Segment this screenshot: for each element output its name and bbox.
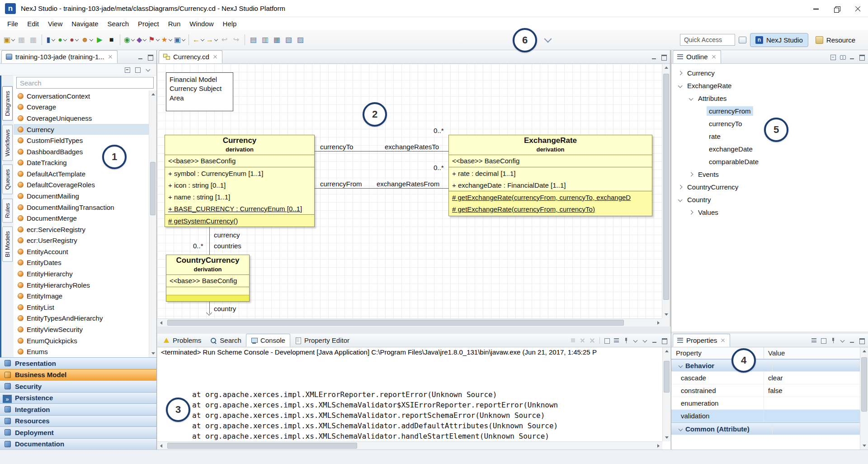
scrollbar-thumb[interactable] [150, 162, 156, 215]
minimize-view-icon[interactable] [651, 53, 658, 61]
assoc-line-exchangeratesto[interactable] [315, 151, 448, 152]
scrollbar-thumb[interactable] [861, 357, 867, 412]
scroll-left-icon[interactable] [157, 442, 165, 450]
close-icon[interactable] [711, 54, 717, 60]
model-list-item[interactable]: EnumQuickpicks [14, 335, 156, 346]
minimize-view-icon[interactable] [849, 337, 856, 344]
outline-node-comparabledate[interactable]: comparableDate [671, 155, 868, 168]
menu-item[interactable]: Edit [23, 19, 43, 29]
scroll-down-icon[interactable] [149, 349, 156, 357]
outline-node-events[interactable]: Events [671, 168, 868, 180]
chart-view-icon[interactable]: ▨ [295, 33, 306, 46]
stop-icon[interactable]: ■ [106, 33, 117, 46]
close-icon[interactable] [108, 54, 113, 60]
property-value[interactable] [764, 410, 860, 422]
editor-tab-currency-cd[interactable]: Currency.cd [159, 50, 222, 63]
toolbar-separator[interactable] [245, 34, 245, 45]
outline-node-attributes[interactable]: Attributes [671, 92, 868, 104]
maximize-view-icon[interactable] [858, 337, 865, 344]
value-column-header[interactable]: Value [764, 347, 868, 359]
separator[interactable] [599, 337, 600, 344]
terminate-icon[interactable] [570, 337, 577, 344]
model-list-item[interactable]: EntityHierarchy [14, 268, 156, 279]
class-operation[interactable]: # getExchangeRate(currencyFrom, currency… [449, 191, 652, 203]
diagram-note[interactable]: Financial Model Currency Subject Area [166, 72, 233, 111]
scrollbar-thumb[interactable] [664, 361, 670, 393]
close-icon[interactable] [212, 54, 218, 60]
open-perspective-icon[interactable] [739, 37, 746, 43]
model-list-item[interactable]: DocumentMailing [14, 190, 156, 202]
outline-node-countrycurrency[interactable]: CountryCurrency [671, 180, 868, 193]
class-countrycurrency[interactable]: CountryCurrency derivation <<base>> Base… [166, 255, 250, 302]
expand-chevron-icon[interactable] [678, 185, 683, 189]
class-attribute[interactable]: + BASE_CURRENCY : CurrencyEnum [0..1] [165, 203, 314, 214]
menu-item[interactable]: Project [133, 19, 164, 29]
view-menu-icon[interactable] [839, 337, 846, 344]
scrollbar-thumb[interactable] [167, 320, 624, 326]
link-with-editor-icon[interactable] [839, 53, 846, 61]
list-vertical-scrollbar[interactable] [149, 90, 156, 357]
scheme-console-icon[interactable]: ◉ [123, 33, 135, 46]
scroll-down-icon[interactable] [662, 310, 670, 318]
display-selected-console-icon[interactable] [632, 337, 639, 344]
expand-chevron-icon[interactable] [679, 363, 683, 368]
undo-icon[interactable]: ↩ [219, 33, 230, 46]
remove-launch-icon[interactable] [579, 337, 586, 344]
class-attribute[interactable]: + exchangeDate : FinancialDate [1..1] [449, 179, 652, 191]
scrollbar-thumb[interactable] [167, 443, 357, 449]
menu-item[interactable]: Run [164, 19, 185, 29]
model-list-item[interactable]: ecr:UserRegistry [14, 235, 156, 246]
redo-icon[interactable]: ↪ [231, 33, 242, 46]
menu-item[interactable]: File [3, 19, 23, 29]
view-menu-icon[interactable] [145, 66, 152, 73]
model-list-item[interactable]: DateTracking [14, 157, 156, 168]
outline-node-currency[interactable]: Currency [671, 66, 868, 79]
tab-search[interactable]: Search [206, 334, 246, 347]
show-advanced-icon[interactable] [820, 337, 827, 344]
minimize-window-button[interactable] [806, 0, 826, 17]
restore-window-button[interactable] [826, 0, 847, 17]
scroll-right-icon[interactable] [654, 319, 662, 327]
toolbar-separator[interactable] [120, 34, 120, 45]
expand-chevron-icon[interactable] [678, 83, 683, 88]
side-tab-bi-models[interactable]: BI Models [2, 227, 13, 262]
tab-console[interactable]: Console [246, 334, 290, 347]
canvas-horizontal-scrollbar[interactable] [157, 318, 662, 327]
class-operation[interactable]: # getExchangeRate(currencyFrom, currency… [449, 203, 652, 215]
assoc-line-exchangeratesfrom[interactable] [315, 188, 448, 189]
class-exchangerate[interactable]: ExchangeRate derivation <<base>> BaseCon… [448, 135, 652, 216]
expand-chevron-icon[interactable] [689, 210, 693, 214]
open-console-icon[interactable] [642, 337, 649, 344]
diagram-canvas[interactable]: Financial Model Currency Subject Area cu… [157, 64, 662, 318]
class-attribute[interactable]: + symbol : CurrencyEnum [1..1] [165, 167, 314, 179]
toolbar-separator[interactable] [42, 34, 42, 45]
model-list-item[interactable]: DocumentMerge [14, 213, 156, 224]
console-horizontal-scrollbar[interactable] [157, 441, 662, 450]
filter-icon[interactable] [134, 66, 142, 73]
model-list-item[interactable]: CustomFieldTypes [14, 135, 156, 146]
model-list-item[interactable]: CoverageUniqueness [14, 113, 156, 124]
minimize-view-icon[interactable] [849, 53, 856, 61]
section-presentation[interactable]: Presentation [0, 357, 156, 369]
perspective-nexj-studio[interactable]: n NexJ Studio [750, 33, 808, 47]
side-tab-queues[interactable]: Queues [2, 165, 13, 194]
navigator-tab[interactable]: training-103-jade (training-1... [1, 50, 118, 63]
scrollbar-thumb[interactable] [663, 74, 669, 300]
remove-all-launches-icon[interactable] [589, 337, 596, 344]
property-value[interactable]: clear [764, 372, 860, 384]
maximize-view-icon[interactable] [660, 337, 668, 344]
section-documentation[interactable]: Documentation [0, 438, 156, 450]
pin-console-icon[interactable] [623, 337, 630, 344]
tab-property-editor[interactable]: Property Editor [290, 334, 354, 347]
expand-chevron-icon[interactable] [689, 96, 693, 100]
close-window-button[interactable] [847, 0, 868, 17]
property-row-constrained[interactable]: constrained false [671, 384, 860, 397]
properties-vertical-scrollbar[interactable] [860, 347, 868, 450]
model-list-item[interactable]: DashboardBadges [14, 146, 156, 157]
new-wizard-icon[interactable]: ▣ [3, 33, 15, 46]
console-output[interactable]: at org.apache.xerces.impl.XMLErrorReport… [157, 358, 662, 441]
property-value[interactable] [772, 360, 860, 371]
section-persistence[interactable]: Persistence [0, 392, 156, 404]
model-list-item[interactable]: DocumentMailingTransaction [14, 202, 156, 213]
maximize-view-icon[interactable] [146, 53, 154, 61]
